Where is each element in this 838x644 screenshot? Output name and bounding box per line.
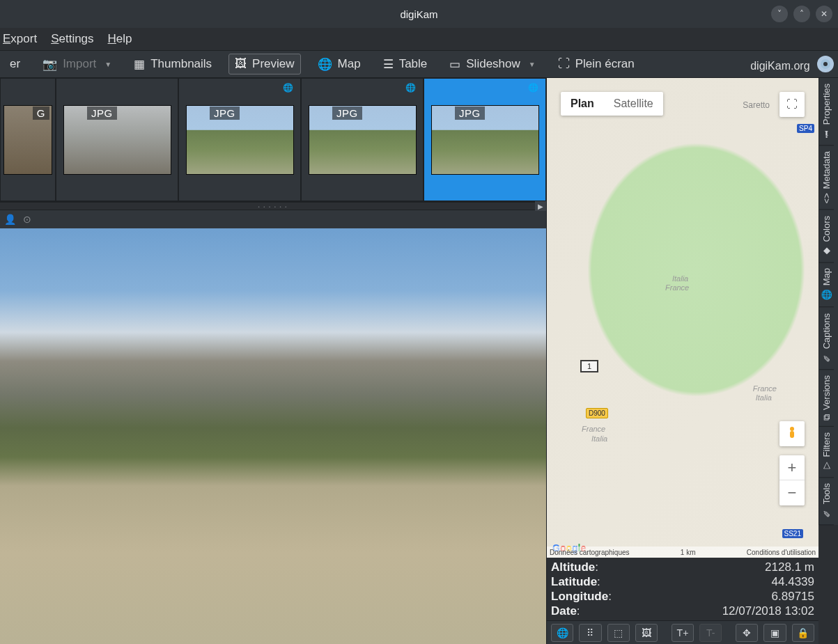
format-badge: JPG — [332, 107, 362, 120]
map-cluster-button[interactable]: ⠿ — [579, 624, 601, 642]
window-title: digiKam — [400, 8, 437, 20]
thumbnails-label: Thumbnails — [150, 57, 212, 71]
thumbnail-item[interactable]: G — [0, 78, 56, 201]
tab-filters[interactable]: ▽Filters — [819, 427, 834, 478]
border-label: Italia — [591, 434, 607, 443]
thumbnail-item-selected[interactable]: 🌐 JPG — [424, 78, 546, 201]
thumbnails-view-button[interactable]: ▦ Thumbnails — [128, 54, 217, 74]
map-bounds-button[interactable]: ⬚ — [607, 624, 630, 642]
thumbnail-item[interactable]: 🌐 JPG — [178, 78, 301, 201]
format-badge: JPG — [87, 107, 117, 120]
map-type-plan[interactable]: Plan — [561, 92, 604, 116]
thumbnail-image — [63, 105, 171, 175]
preview-toolbar: 👤 ⊙ — [0, 210, 546, 228]
map-terms[interactable]: Conditions d'utilisation — [747, 549, 816, 556]
fullscreen-label: Plein écran — [575, 57, 635, 71]
border-label: Italia — [756, 393, 772, 402]
slideshow-label: Slideshow — [466, 57, 520, 71]
brand-link[interactable]: digiKam.org — [750, 56, 834, 72]
map-zoom-controls: + − — [779, 455, 805, 505]
map-view-button[interactable]: 🌐 Map — [312, 54, 366, 74]
photo-marker[interactable]: 1 — [580, 360, 598, 372]
tab-versions[interactable]: ⧉Versions — [819, 370, 834, 427]
border-label: Italia — [672, 274, 688, 283]
thumbnail-item[interactable]: 🌐 JPG — [301, 78, 424, 201]
main-toolbar: er 📷 Import ▼ ▦ Thumbnails 🖼 Preview 🌐 M… — [0, 50, 838, 78]
tab-tools[interactable]: ✎Tools — [819, 478, 834, 525]
svg-point-1 — [823, 62, 828, 66]
map-footer: Données cartographiques 1 km Conditions … — [547, 547, 818, 558]
format-badge: JPG — [455, 107, 485, 120]
strip-scroll-right[interactable]: ▶ — [535, 201, 546, 211]
close-button[interactable]: ✕ — [816, 6, 832, 22]
thumbnail-strip[interactable]: G JPG 🌐 JPG 🌐 JPG 🌐 JPG — [0, 78, 546, 202]
table-icon: ☰ — [383, 57, 394, 72]
altitude-value: 2128.1 m — [765, 560, 814, 574]
road-shield: SS21 — [782, 529, 803, 538]
tab-captions[interactable]: ✎Captions — [819, 308, 834, 370]
digikam-logo-icon — [817, 56, 834, 72]
preview-image[interactable] — [0, 228, 546, 644]
preview-label: Preview — [252, 57, 294, 71]
brand-label: digiKam.org — [750, 60, 809, 72]
tab-properties[interactable]: ℹProperties — [819, 78, 834, 146]
latitude-label: Latitude — [551, 575, 597, 588]
camera-icon: 📷 — [42, 57, 57, 72]
grip-icon: • • • • • • — [258, 205, 288, 209]
dropdown-arrow-icon: ▼ — [529, 61, 536, 68]
import-button[interactable]: 📷 Import ▼ — [37, 54, 117, 74]
map-lock-button[interactable]: 🔒 — [792, 624, 814, 642]
minimize-button[interactable]: ˅ — [771, 6, 788, 22]
map-scale: 1 km — [681, 549, 696, 556]
menu-settings[interactable]: Settings — [51, 32, 93, 46]
map-provider-button[interactable]: 🌐 — [551, 624, 573, 642]
zoom-out-button[interactable]: − — [779, 480, 805, 505]
map-text-decrease-button[interactable]: T- — [699, 624, 722, 642]
pegman-button[interactable] — [779, 421, 805, 446]
border-label: France — [582, 425, 605, 433]
tool-truncated[interactable]: er — [4, 54, 26, 74]
play-icon[interactable]: ⊙ — [23, 214, 31, 225]
map-attribution[interactable]: Données cartographiques — [550, 549, 630, 556]
tab-map[interactable]: 🌐Map — [819, 262, 834, 307]
border-label: France — [753, 384, 777, 393]
preview-view-button[interactable]: 🖼 Preview — [228, 54, 300, 74]
fullscreen-icon: ⛶ — [558, 57, 570, 71]
table-label: Table — [399, 57, 428, 71]
tab-metadata[interactable]: <>Metadata — [819, 146, 834, 210]
menubar: Export Settings Help — [0, 28, 838, 50]
zoom-in-button[interactable]: + — [779, 455, 805, 480]
person-icon[interactable]: 👤 — [4, 214, 16, 225]
image-icon: 🖼 — [235, 57, 247, 71]
map-fullscreen-button[interactable]: ⛶ — [779, 92, 805, 117]
thumbnail-image — [186, 105, 294, 175]
import-label: Import — [63, 57, 96, 71]
menu-export[interactable]: Export — [3, 32, 37, 46]
window-titlebar: digiKam ˅ ˄ ✕ — [0, 0, 838, 28]
strip-resize-handle[interactable]: • • • • • • ▶ — [0, 202, 546, 210]
map-type-satellite[interactable]: Satellite — [604, 92, 663, 116]
map-thumbnail-button[interactable]: 🖼 — [635, 624, 658, 642]
thumbnail-item[interactable]: JPG — [56, 78, 178, 201]
colors-icon: ◆ — [821, 246, 832, 256]
right-sidebar-tabs: ℹProperties <>Metadata ◆Colors 🌐Map ✎Cap… — [818, 78, 838, 525]
tab-colors[interactable]: ◆Colors — [819, 210, 834, 263]
map-text-increase-button[interactable]: T+ — [672, 624, 694, 642]
filter-icon: ▽ — [821, 461, 832, 471]
slideshow-button[interactable]: ▭ Slideshow ▼ — [444, 54, 541, 74]
maximize-button[interactable]: ˄ — [793, 6, 810, 22]
map-center-button[interactable]: ✥ — [736, 624, 758, 642]
menu-help[interactable]: Help — [108, 32, 132, 46]
map-select-button[interactable]: ▣ — [763, 624, 786, 642]
fullscreen-button[interactable]: ⛶ Plein écran — [552, 54, 640, 74]
thumbnail-image — [431, 105, 539, 175]
map-panel[interactable]: Plan Satellite ⛶ Saretto SP4 Italia Fran… — [547, 78, 818, 558]
table-view-button[interactable]: ☰ Table — [378, 54, 433, 74]
presentation-icon: ▭ — [449, 57, 460, 72]
geotag-icon: 🌐 — [405, 83, 416, 93]
geo-metrics: Altitude:2128.1 m Latitude:44.4339 Longi… — [547, 558, 818, 620]
date-value: 12/07/2018 13:02 — [722, 604, 814, 618]
svg-rect-3 — [790, 431, 794, 438]
map-type-switcher: Plan Satellite — [561, 92, 663, 116]
geotag-icon: 🌐 — [283, 83, 293, 93]
